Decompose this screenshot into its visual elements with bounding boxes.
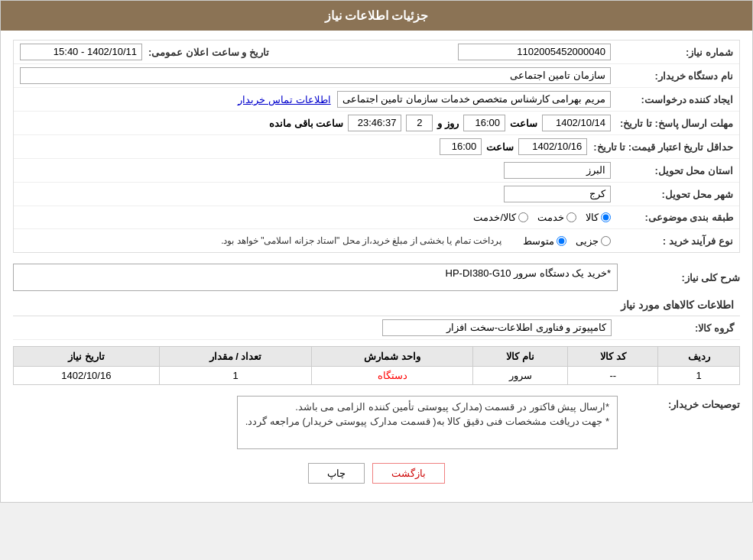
col-kodkala: کد کالا [568,347,658,367]
radio-motovaset-input[interactable] [557,236,566,246]
tabaghe-radio-group: کالا خدمت کالا/خدمت [473,212,611,223]
cell-vahed: دستگاه [312,367,473,385]
ostan-value: البرز [504,162,611,179]
noefar-description: پرداخت تمام یا بخشی از مبلغ خرید،از محل … [221,235,501,246]
btn-bazgasht[interactable]: بازگشت [372,463,445,484]
mohlat-saat-label: ساعت [510,118,537,129]
radio-kala-khedmat-input[interactable] [518,212,528,222]
namdasgah-value: سازمان تامین اجتماعی [20,67,611,84]
row-shahr: شهر محل تحویل: کرج [14,183,739,206]
ijad-label: ایجاد کننده درخواست: [611,94,733,105]
btn-chap[interactable]: چاپ [308,463,365,484]
items-table: ردیف کد کالا نام کالا واحد شمارش تعداد /… [13,346,740,385]
mohlat-date: 1402/10/14 [542,115,611,131]
row-toshihat: توصیحات خریدار: *ارسال پیش فاکتور در قسم… [13,391,740,454]
col-vahed: واحد شمارش [312,347,473,367]
hadaq-label: حداقل تاریخ اعتبار قیمت: تا تاریخ: [587,141,733,153]
shomare-niaz-value: 1102005452000040 [458,44,611,60]
cell-radif: 1 [658,367,740,385]
shomare-niaz-label: شماره نیاز: [611,47,733,58]
mohlat-fields: 1402/10/14 ساعت 16:00 روز و 2 23:46:37 س… [20,115,611,131]
sharh-label: شرح کلی نیاز: [618,272,740,283]
radio-motovaset-label: متوسط [523,235,554,247]
radio-motovaset-item[interactable]: متوسط [523,235,566,247]
hadaq-date: 1402/10/16 [518,138,587,155]
radio-jozyi-label: جزیی [576,235,599,247]
hadaq-fields: 1402/10/16 ساعت 16:00 [20,138,587,155]
buttons-row: بازگشت چاپ [13,454,740,493]
row-ostan: استان محل تحویل: البرز [14,159,739,183]
radio-kala-label: کالا [586,212,599,223]
ostan-label: استان محل تحویل: [611,165,733,176]
row-ijad: ایجاد کننده درخواست: مریم بهرامی کارشناس… [14,88,739,112]
tarikh-label: تاریخ و ساعت اعلان عمومی: [142,47,269,58]
page-wrapper: جزئیات اطلاعات نیاز شماره نیاز: 11020054… [0,0,753,503]
shahr-label: شهر محل تحویل: [611,189,733,200]
hadaq-saat: 16:00 [440,138,482,155]
toshihat-line2: * جهت دریافت مشخصات فنی دقیق کالا به( قس… [245,416,609,427]
ijad-value: مریم بهرامی کارشناس متخصص خدمات سازمان ت… [337,91,611,108]
cell-tedad: 1 [159,367,311,385]
col-tedad: تعداد / مقدار [159,347,311,367]
namdasgah-label: نام دستگاه خریدار: [611,70,733,82]
cell-tarikh: 1402/10/16 [14,367,160,385]
table-head: ردیف کد کالا نام کالا واحد شمارش تعداد /… [14,347,740,367]
tabaghe-label: طبقه بندی موضوعی: [611,212,733,223]
radio-kala-input[interactable] [601,212,611,222]
mohlat-saat: 16:00 [463,115,505,131]
row-sharh: شرح کلی نیاز: *خرید یک دستگاه سرور HP-DI… [13,261,740,294]
radio-kala-khedmat-label: کالا/خدمت [473,212,516,223]
row-shomare: شماره نیاز: 1102005452000040 تاریخ و ساع… [14,40,739,64]
row-tabaghe: طبقه بندی موضوعی: کالا خدمت کالا/خدمت [14,206,739,229]
row-noefar: نوع فرآیند خرید : جزیی متوسط پرداخت تمام… [14,229,739,252]
radio-kala-khedmat-item[interactable]: کالا/خدمت [473,212,528,223]
mohlat-roz-label: روز و [437,118,459,129]
hadaq-saat-label: ساعت [486,141,514,153]
mohlat-remaining-label: ساعت باقی مانده [269,118,343,129]
page-title: جزئیات اطلاعات نیاز [325,9,429,22]
noefar-radio-group: جزیی متوسط پرداخت تمام یا بخشی از مبلغ خ… [221,235,611,247]
col-namkala: نام کالا [472,347,568,367]
col-tarikh: تاریخ نیاز [14,347,160,367]
shahr-value: کرج [504,186,611,202]
radio-khedmat-label: خدمت [537,212,564,223]
cell-kodkala: -- [568,367,658,385]
info-section-top: شماره نیاز: 1102005452000040 تاریخ و ساع… [13,40,740,253]
ijad-link[interactable]: اطلاعات تماس خریدار [238,94,330,105]
table-body: 1 -- سرور دستگاه 1 1402/10/16 [14,367,740,385]
page-header: جزئیات اطلاعات نیاز [1,1,752,31]
radio-kala-item[interactable]: کالا [586,212,611,223]
sharh-value: *خرید یک دستگاه سرور HP-DI380-G10 [13,264,618,291]
main-content: شماره نیاز: 1102005452000040 تاریخ و ساع… [1,31,752,502]
radio-khedmat-item[interactable]: خدمت [537,212,576,223]
mohlat-label: مهلت ارسال پاسخ: تا تاریخ: [611,118,733,129]
row-mohlat: مهلت ارسال پاسخ: تا تاریخ: 1402/10/14 سا… [14,112,739,135]
radio-khedmat-input[interactable] [566,212,576,222]
col-radif: ردیف [658,347,740,367]
groupkala-label: گروه کالا: [612,322,734,334]
mohlat-remaining: 23:46:37 [348,115,401,131]
row-groupkala: گروه کالا: کامپیوتر و فناوری اطلاعات-سخت… [13,316,740,340]
table-row: 1 -- سرور دستگاه 1 1402/10/16 [14,367,740,385]
row-namdasgah: نام دستگاه خریدار: سازمان تامین اجتماعی [14,64,739,88]
radio-jozyi-input[interactable] [601,236,611,246]
mohlat-roz: 2 [406,115,433,131]
row-hadaq: حداقل تاریخ اعتبار قیمت: تا تاریخ: 1402/… [14,135,739,159]
tarikh-value: 1402/10/11 - 15:40 [20,44,142,60]
toshihat-line1: *ارسال پیش فاکتور در قسمت (مدارک پیوستی … [245,401,609,413]
noefar-label: نوع فرآیند خرید : [611,235,733,247]
groupkala-value: کامپیوتر و فناوری اطلاعات-سخت افزار [382,319,612,336]
cell-namkala: سرور [472,367,568,385]
table-header-row: ردیف کد کالا نام کالا واحد شمارش تعداد /… [14,347,740,367]
radio-jozyi-item[interactable]: جزیی [576,235,611,247]
toshihat-label: توصیحات خریدار: [618,396,740,410]
toshihat-box: *ارسال پیش فاکتور در قسمت (مدارک پیوستی … [237,396,618,449]
kalainfo-title: اطلاعات کالاهای مورد نیاز [13,294,740,316]
